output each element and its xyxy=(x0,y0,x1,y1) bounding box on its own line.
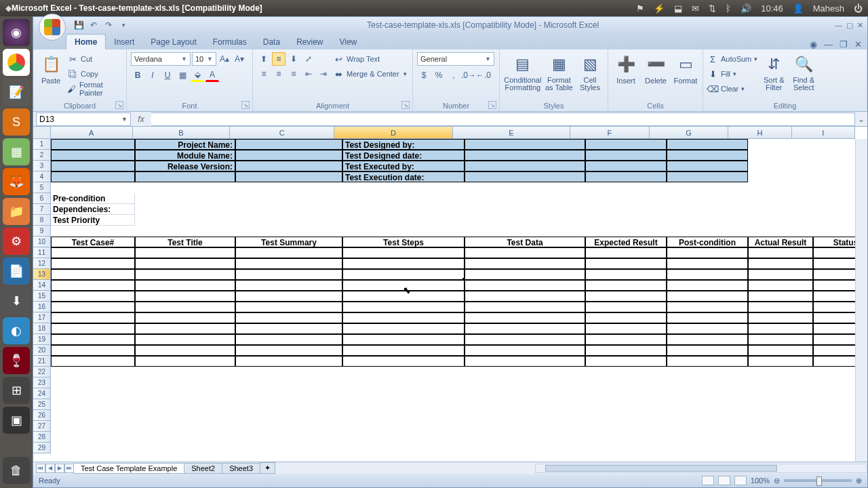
cell-F16[interactable] xyxy=(585,302,667,312)
tab-formulas[interactable]: Formulas xyxy=(205,35,255,49)
dash-home-icon[interactable]: ◉ xyxy=(3,19,30,46)
user-name[interactable]: Mahesh xyxy=(813,3,844,14)
page-layout-view-icon[interactable] xyxy=(718,476,730,485)
wrap-text-button[interactable]: ↩Wrap Text xyxy=(333,52,407,66)
row-header-19[interactable]: 19 xyxy=(33,334,51,345)
workspace-switcher-icon[interactable]: ⊞ xyxy=(3,377,30,404)
app-icon[interactable]: ⚙ xyxy=(3,228,30,255)
cell-A18[interactable] xyxy=(51,323,135,334)
row-header-23[interactable]: 23 xyxy=(33,378,51,388)
cut-button[interactable]: ✂Cut xyxy=(67,52,122,66)
cell-E17[interactable] xyxy=(465,312,585,323)
cell-E4[interactable] xyxy=(465,171,585,182)
cell-E20[interactable] xyxy=(465,345,585,356)
col-header-G[interactable]: G xyxy=(650,127,729,139)
cell-G18[interactable] xyxy=(667,323,748,334)
cell-C18[interactable] xyxy=(235,323,342,334)
row-header-6[interactable]: 6 xyxy=(33,193,51,204)
cell-A13[interactable] xyxy=(51,269,135,280)
firefox-icon[interactable]: 🦊 xyxy=(3,168,30,195)
row-header-15[interactable]: 15 xyxy=(33,291,51,302)
cell-C2[interactable] xyxy=(235,150,342,161)
cell-G21[interactable] xyxy=(667,356,748,367)
tab-view[interactable]: View xyxy=(331,35,365,49)
cell-H15[interactable] xyxy=(748,291,813,302)
cell-E18[interactable] xyxy=(465,323,585,334)
mail-icon[interactable]: ✉ xyxy=(692,3,699,14)
cell-C11[interactable] xyxy=(235,247,342,258)
cell-E16[interactable] xyxy=(465,302,585,312)
row-header-16[interactable]: 16 xyxy=(33,302,51,312)
cell-A8[interactable]: Test Priority xyxy=(51,215,135,226)
cell-B10[interactable]: Test Title xyxy=(135,237,235,247)
sheet-tab-3[interactable]: Sheet3 xyxy=(222,463,260,474)
cell-G10[interactable]: Post-condition xyxy=(667,237,748,247)
row-header-22[interactable]: 22 xyxy=(33,367,51,378)
formula-input[interactable] xyxy=(151,113,855,126)
cell-B19[interactable] xyxy=(135,334,235,345)
cell-A14[interactable] xyxy=(51,280,135,291)
cell-C12[interactable] xyxy=(235,258,342,269)
cell-G3[interactable] xyxy=(667,161,748,171)
cell-C17[interactable] xyxy=(235,312,342,323)
chrome-icon[interactable] xyxy=(3,49,30,76)
cell-F4[interactable] xyxy=(585,171,667,182)
orientation-icon[interactable]: ⤢ xyxy=(302,52,315,66)
cell-H14[interactable] xyxy=(748,280,813,291)
sheet-tab-2[interactable]: Sheet2 xyxy=(184,463,222,474)
undo-icon[interactable]: ↶ xyxy=(87,19,100,31)
cell-B2[interactable]: Module Name: xyxy=(135,150,235,161)
qat-customize-icon[interactable]: ▾ xyxy=(117,19,130,31)
cell-D3[interactable]: Test Executed by: xyxy=(342,161,465,171)
cell-E1[interactable] xyxy=(465,139,585,150)
help-icon[interactable]: ◉ xyxy=(810,39,817,49)
cell-D17[interactable] xyxy=(342,312,465,323)
cell-H19[interactable] xyxy=(748,334,813,345)
downloads-icon[interactable]: ⬇ xyxy=(3,287,30,314)
session-icon[interactable]: ⏻ xyxy=(854,3,863,14)
cell-styles-button[interactable]: ▧Cell Styles xyxy=(576,52,604,93)
col-header-E[interactable]: E xyxy=(453,127,570,139)
page-break-view-icon[interactable] xyxy=(734,476,747,485)
cell-A7[interactable]: Dependencies: xyxy=(51,204,135,215)
normal-view-icon[interactable] xyxy=(702,476,714,485)
cell-D10[interactable]: Test Steps xyxy=(342,237,465,247)
clock[interactable]: 10:46 xyxy=(761,3,783,14)
tab-data[interactable]: Data xyxy=(255,35,288,49)
cell-B17[interactable] xyxy=(135,312,235,323)
cell-G4[interactable] xyxy=(667,171,748,182)
cell-E3[interactable] xyxy=(465,161,585,171)
cell-C3[interactable] xyxy=(235,161,342,171)
tab-home[interactable]: Home xyxy=(66,34,106,49)
cell-E11[interactable] xyxy=(465,247,585,258)
close-icon[interactable]: ✕ xyxy=(857,21,863,30)
clear-button[interactable]: ⌫Clear▾ xyxy=(707,82,757,96)
cell-H20[interactable] xyxy=(748,345,813,356)
format-button[interactable]: ▭Format xyxy=(672,52,699,86)
cell-B4[interactable] xyxy=(135,171,235,182)
cell-C4[interactable] xyxy=(235,171,342,182)
cell-H12[interactable] xyxy=(748,258,813,269)
cell-F17[interactable] xyxy=(585,312,667,323)
row-header-27[interactable]: 27 xyxy=(33,421,51,432)
cell-A19[interactable] xyxy=(51,334,135,345)
copy-button[interactable]: ⿻Copy xyxy=(67,67,122,81)
indicator-icon[interactable]: ⚑ xyxy=(636,3,644,14)
cell-H18[interactable] xyxy=(748,323,813,334)
cell-B18[interactable] xyxy=(135,323,235,334)
cell-D14[interactable] xyxy=(342,280,465,291)
autosum-button[interactable]: ΣAutoSum▾ xyxy=(707,52,757,66)
app2-icon[interactable]: ◐ xyxy=(3,317,30,344)
cell-B3[interactable]: Release Version: xyxy=(135,161,235,171)
expand-formula-icon[interactable]: ⌄ xyxy=(855,115,867,124)
redo-icon[interactable]: ↷ xyxy=(102,19,115,31)
cell-A21[interactable] xyxy=(51,356,135,367)
libreoffice-writer-icon[interactable]: 📄 xyxy=(3,258,30,285)
row-header-5[interactable]: 5 xyxy=(33,182,51,193)
cell-F3[interactable] xyxy=(585,161,667,171)
cell-G2[interactable] xyxy=(667,150,748,161)
increase-indent-icon[interactable]: ⇥ xyxy=(317,67,330,81)
cell-D15[interactable] xyxy=(342,291,465,302)
spreadsheet-grid[interactable]: ABCDEFGHI 123456789101112131415161718192… xyxy=(33,127,867,462)
cell-G19[interactable] xyxy=(667,334,748,345)
